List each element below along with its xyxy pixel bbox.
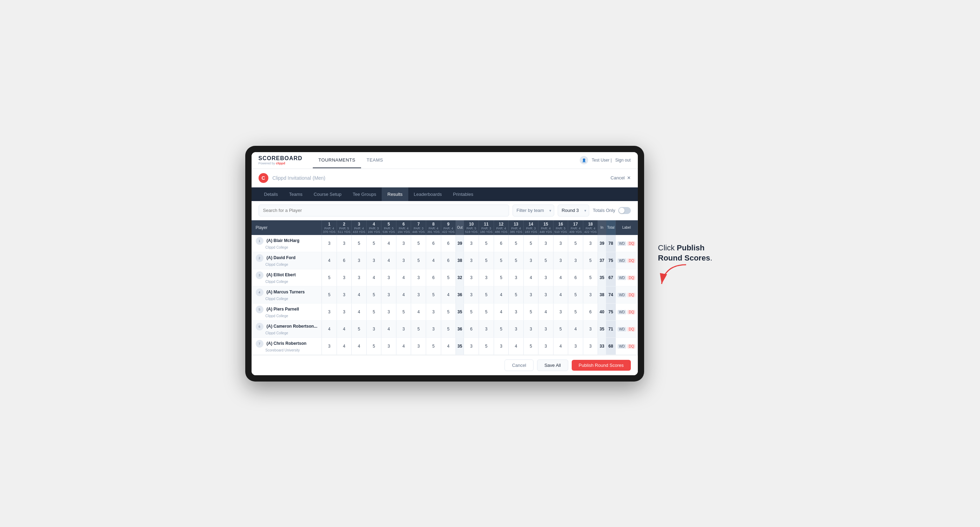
score-in-18[interactable]: 3 [583, 235, 598, 252]
score-out-8[interactable]: 6 [426, 235, 441, 252]
score-in-11[interactable]: 5 [479, 252, 494, 269]
score-in-18[interactable]: 5 [583, 269, 598, 286]
score-out-6[interactable]: 3 [396, 252, 411, 269]
score-in-10[interactable]: 3 [464, 338, 479, 355]
score-out-4[interactable]: 3 [366, 320, 381, 338]
score-in-12[interactable]: 3 [494, 338, 509, 355]
score-out-6[interactable]: 4 [396, 286, 411, 303]
cancel-button[interactable]: Cancel [504, 359, 533, 371]
score-in-10[interactable]: 5 [464, 303, 479, 320]
score-out-9[interactable]: 5 [441, 320, 456, 338]
totals-toggle[interactable]: Totals Only [593, 207, 630, 214]
score-in-16[interactable]: 4 [553, 286, 568, 303]
score-out-6[interactable]: 4 [396, 338, 411, 355]
score-in-15[interactable]: 4 [538, 303, 554, 320]
score-out-5[interactable]: 3 [381, 338, 396, 355]
score-in-16[interactable]: 3 [553, 235, 568, 252]
score-out-6[interactable]: 5 [396, 303, 411, 320]
tab-leaderboards[interactable]: Leaderboards [408, 187, 447, 201]
dq-badge[interactable]: DQ [627, 293, 635, 297]
score-in-13[interactable]: 3 [509, 320, 524, 338]
score-in-13[interactable]: 4 [509, 338, 524, 355]
dq-badge[interactable]: DQ [627, 259, 635, 263]
score-in-11[interactable]: 5 [479, 338, 494, 355]
score-out-2[interactable]: 3 [337, 303, 352, 320]
score-out-3[interactable]: 4 [352, 286, 367, 303]
score-in-12[interactable]: 5 [494, 320, 509, 338]
tab-results[interactable]: Results [382, 187, 408, 201]
score-in-13[interactable]: 3 [509, 303, 524, 320]
score-out-6[interactable]: 4 [396, 269, 411, 286]
score-out-8[interactable]: 3 [426, 320, 441, 338]
score-in-18[interactable]: 3 [583, 338, 598, 355]
score-in-17[interactable]: 6 [568, 269, 583, 286]
score-in-17[interactable]: 3 [568, 338, 583, 355]
score-out-7[interactable]: 3 [411, 286, 426, 303]
score-in-18[interactable]: 6 [583, 303, 598, 320]
wd-badge[interactable]: WD [617, 276, 626, 280]
nav-teams[interactable]: TEAMS [361, 152, 389, 168]
score-out-3[interactable]: 3 [352, 252, 367, 269]
score-out-1[interactable]: 3 [322, 338, 337, 355]
score-in-17[interactable]: 5 [568, 235, 583, 252]
score-out-3[interactable]: 3 [352, 269, 367, 286]
score-out-1[interactable]: 5 [322, 286, 337, 303]
score-in-18[interactable]: 3 [583, 286, 598, 303]
score-in-16[interactable]: 5 [553, 320, 568, 338]
score-in-16[interactable]: 3 [553, 252, 568, 269]
score-in-14[interactable]: 4 [523, 269, 538, 286]
tab-printables[interactable]: Printables [447, 187, 479, 201]
wd-badge[interactable]: WD [617, 293, 626, 297]
publish-round-scores-button[interactable]: Publish Round Scores [572, 360, 631, 371]
score-out-8[interactable]: 5 [426, 338, 441, 355]
score-out-7[interactable]: 5 [411, 252, 426, 269]
tab-tee-groups[interactable]: Tee Groups [347, 187, 382, 201]
score-out-8[interactable]: 6 [426, 269, 441, 286]
score-in-15[interactable]: 5 [538, 252, 554, 269]
score-in-14[interactable]: 5 [523, 338, 538, 355]
score-in-15[interactable]: 3 [538, 269, 554, 286]
score-out-9[interactable]: 6 [441, 252, 456, 269]
score-in-12[interactable]: 4 [494, 286, 509, 303]
toggle-track[interactable] [618, 207, 631, 214]
score-out-4[interactable]: 5 [366, 338, 381, 355]
score-in-14[interactable]: 3 [523, 320, 538, 338]
score-out-5[interactable]: 4 [381, 252, 396, 269]
score-in-12[interactable]: 4 [494, 303, 509, 320]
score-in-12[interactable]: 5 [494, 252, 509, 269]
score-out-6[interactable]: 3 [396, 235, 411, 252]
score-out-2[interactable]: 3 [337, 286, 352, 303]
score-out-5[interactable]: 3 [381, 303, 396, 320]
score-out-9[interactable]: 5 [441, 269, 456, 286]
score-out-9[interactable]: 4 [441, 286, 456, 303]
score-out-2[interactable]: 3 [337, 269, 352, 286]
score-in-11[interactable]: 3 [479, 269, 494, 286]
score-in-15[interactable]: 3 [538, 286, 554, 303]
score-out-2[interactable]: 6 [337, 252, 352, 269]
score-in-13[interactable]: 5 [509, 235, 524, 252]
score-out-3[interactable]: 4 [352, 338, 367, 355]
round-select[interactable]: Round 3 [558, 205, 589, 216]
search-input[interactable] [259, 205, 509, 216]
score-out-7[interactable]: 5 [411, 235, 426, 252]
score-out-5[interactable]: 3 [381, 286, 396, 303]
cancel-header-btn[interactable]: Cancel ✕ [611, 175, 630, 181]
score-out-3[interactable]: 5 [352, 235, 367, 252]
score-out-2[interactable]: 3 [337, 235, 352, 252]
score-in-10[interactable]: 3 [464, 269, 479, 286]
score-out-8[interactable]: 4 [426, 252, 441, 269]
score-in-17[interactable]: 4 [568, 320, 583, 338]
score-in-17[interactable]: 3 [568, 252, 583, 269]
dq-badge[interactable]: DQ [627, 276, 635, 280]
score-in-11[interactable]: 3 [479, 320, 494, 338]
score-in-16[interactable]: 4 [553, 269, 568, 286]
nav-tournaments[interactable]: TOURNAMENTS [313, 152, 361, 168]
wd-badge[interactable]: WD [617, 344, 626, 349]
score-out-5[interactable]: 4 [381, 235, 396, 252]
dq-badge[interactable]: DQ [627, 241, 635, 246]
score-out-6[interactable]: 3 [396, 320, 411, 338]
score-out-5[interactable]: 4 [381, 320, 396, 338]
score-out-9[interactable]: 5 [441, 303, 456, 320]
score-out-1[interactable]: 4 [322, 320, 337, 338]
score-in-11[interactable]: 5 [479, 286, 494, 303]
